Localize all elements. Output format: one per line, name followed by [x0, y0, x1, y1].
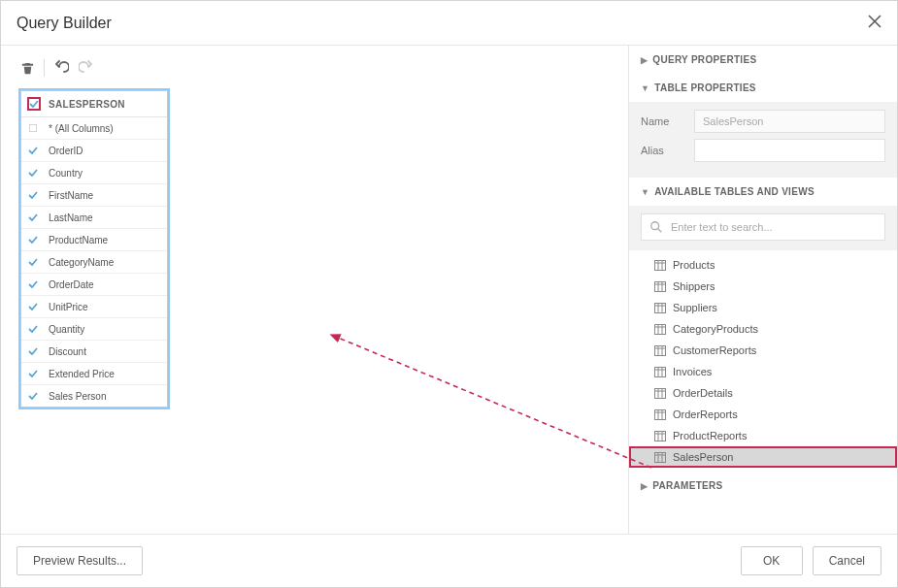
column-checkbox[interactable]: [27, 167, 39, 179]
available-table-item[interactable]: SalesPerson: [629, 446, 897, 468]
column-row[interactable]: LastName: [21, 207, 167, 229]
column-row[interactable]: CategoryName: [21, 251, 167, 274]
query-properties-header[interactable]: ▶ QUERY PROPERTIES: [629, 46, 897, 74]
svg-rect-40: [655, 452, 666, 462]
column-label: Sales Person: [49, 391, 106, 402]
trash-icon: [20, 61, 35, 76]
column-row[interactable]: Discount: [21, 341, 167, 363]
column-row[interactable]: OrderID: [21, 140, 167, 162]
column-label: LastName: [49, 212, 93, 223]
svg-rect-28: [655, 388, 666, 398]
footer: Preview Results... OK Cancel: [1, 534, 897, 587]
properties-panel: ▶ QUERY PROPERTIES ▼ TABLE PROPERTIES Na…: [628, 46, 897, 534]
available-table-item[interactable]: OrderReports: [629, 404, 897, 425]
column-label: ProductName: [49, 235, 108, 245]
table-icon: [654, 345, 666, 356]
dialog-title: Query Builder: [17, 15, 112, 32]
content-area: SALESPERSON * (All Columns)OrderIDCountr…: [1, 46, 897, 534]
column-row[interactable]: Country: [21, 162, 167, 184]
column-checkbox[interactable]: [27, 189, 39, 201]
column-row[interactable]: Quantity: [21, 318, 167, 341]
column-checkbox[interactable]: [27, 234, 39, 245]
svg-rect-20: [655, 345, 666, 355]
column-checkbox[interactable]: [27, 278, 39, 290]
column-row[interactable]: FirstName: [21, 184, 167, 207]
svg-point-2: [651, 222, 659, 230]
table-select-all-checkbox[interactable]: [27, 97, 41, 111]
ok-button[interactable]: OK: [741, 546, 803, 575]
column-label: Extended Price: [49, 369, 115, 379]
close-button[interactable]: [868, 13, 881, 33]
check-icon: [28, 169, 38, 177]
column-checkbox[interactable]: [27, 345, 39, 357]
check-icon: [28, 392, 38, 400]
query-builder-dialog: Query Builder: [0, 0, 898, 588]
search-input[interactable]: [671, 221, 877, 233]
undo-button[interactable]: [52, 59, 70, 77]
svg-rect-16: [655, 324, 666, 334]
available-tables-header[interactable]: ▼ AVAILABLE TABLES AND VIEWS: [629, 178, 897, 206]
available-table-item[interactable]: Products: [629, 254, 897, 276]
table-icon: [654, 260, 666, 271]
check-icon: [28, 303, 38, 310]
column-checkbox[interactable]: [27, 390, 39, 402]
column-checkbox[interactable]: [27, 323, 39, 335]
available-table-item[interactable]: OrderDetails: [629, 382, 897, 404]
unchecked-box-icon: [28, 124, 38, 132]
available-table-item[interactable]: Invoices: [629, 361, 897, 382]
design-canvas[interactable]: SALESPERSON * (All Columns)OrderIDCountr…: [1, 46, 628, 534]
column-row[interactable]: * (All Columns): [21, 117, 167, 140]
check-icon: [28, 236, 38, 244]
column-label: Quantity: [49, 324, 84, 335]
table-alias-input[interactable]: [694, 139, 885, 162]
caret-down-icon: ▼: [641, 187, 649, 197]
column-row[interactable]: OrderDate: [21, 274, 167, 296]
available-table-item[interactable]: Shippers: [629, 276, 897, 297]
table-card-salesperson[interactable]: SALESPERSON * (All Columns)OrderIDCountr…: [20, 90, 168, 408]
available-table-label: OrderDetails: [673, 387, 733, 399]
column-checkbox[interactable]: [27, 368, 39, 379]
table-properties-header[interactable]: ▼ TABLE PROPERTIES: [629, 74, 897, 102]
delete-button[interactable]: [18, 59, 36, 77]
svg-rect-32: [655, 409, 666, 419]
column-row[interactable]: ProductName: [21, 229, 167, 251]
available-table-item[interactable]: ProductReports: [629, 425, 897, 446]
check-icon: [28, 258, 38, 266]
column-checkbox[interactable]: [27, 301, 39, 312]
caret-down-icon: ▼: [641, 83, 649, 93]
column-label: FirstName: [49, 190, 93, 201]
column-row[interactable]: Extended Price: [21, 363, 167, 385]
cancel-button[interactable]: Cancel: [813, 546, 881, 575]
available-table-label: ProductReports: [673, 430, 747, 441]
search-container: [629, 206, 897, 250]
table-icon: [654, 388, 666, 399]
column-checkbox[interactable]: [27, 256, 39, 268]
parameters-header[interactable]: ▶ PARAMETERS: [629, 472, 897, 500]
available-table-item[interactable]: Suppliers: [629, 297, 897, 318]
svg-line-3: [658, 229, 662, 233]
column-checkbox[interactable]: [27, 122, 39, 134]
preview-results-button[interactable]: Preview Results...: [17, 546, 143, 575]
svg-rect-0: [29, 124, 36, 131]
available-table-label: Shippers: [673, 280, 715, 292]
toolbar-separator: [44, 59, 45, 77]
column-checkbox[interactable]: [27, 212, 39, 223]
column-label: UnitPrice: [49, 302, 88, 312]
column-label: OrderID: [49, 146, 83, 156]
available-table-label: Products: [673, 259, 715, 271]
table-card-header[interactable]: SALESPERSON: [21, 91, 167, 117]
drag-indicator-arrow: [321, 288, 661, 482]
column-row[interactable]: UnitPrice: [21, 296, 167, 318]
column-checkbox[interactable]: [27, 145, 39, 156]
available-table-item[interactable]: CustomerReports: [629, 340, 897, 361]
close-icon: [868, 15, 881, 28]
svg-rect-24: [655, 367, 666, 376]
redo-button[interactable]: [78, 59, 95, 77]
table-icon: [654, 303, 666, 313]
check-icon: [28, 191, 38, 199]
svg-line-1: [331, 335, 651, 468]
table-name-input[interactable]: [694, 110, 885, 133]
column-row[interactable]: Sales Person: [21, 385, 167, 407]
search-box[interactable]: [641, 213, 885, 241]
available-table-item[interactable]: CategoryProducts: [629, 318, 897, 340]
